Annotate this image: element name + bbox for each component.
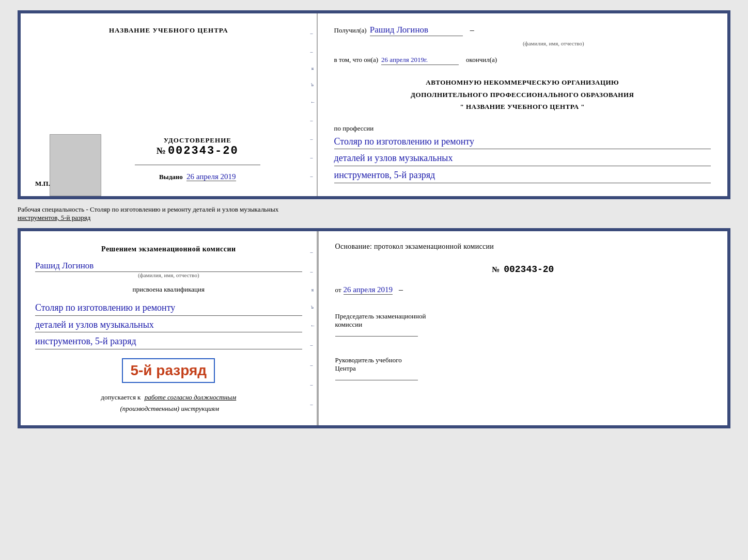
top-left-panel: НАЗВАНИЕ УЧЕБНОГО ЦЕНТРА УДОСТОВЕРЕНИЕ №… (21, 13, 318, 196)
number-value-bottom: 002343-20 (504, 264, 554, 275)
certificate-bottom: Решением экзаменационной комиссии Рашид … (18, 228, 730, 428)
received-label: Получил(а) (334, 26, 367, 35)
top-right-panel: Получил(а) Рашид Логинов – (фамилия, имя… (318, 13, 727, 196)
cert-number: 002343-20 (168, 145, 239, 157)
issued-date: 26 апреля 2019 (186, 172, 236, 181)
profession-line1-bottom: Столяр по изготовлению и ремонту (35, 300, 302, 316)
document-wrapper: НАЗВАНИЕ УЧЕБНОГО ЦЕНТРА УДОСТОВЕРЕНИЕ №… (18, 10, 730, 428)
photo-placeholder (50, 134, 101, 196)
date-prefix-bottom: от (335, 286, 341, 294)
rank-text: 5-й разряд (130, 362, 207, 379)
allowed-value2: (производственным) инструкциям (120, 405, 219, 412)
profession-line1-top: Столяр по изготовлению и ремонту (334, 134, 711, 150)
org-line3: " НАЗВАНИЕ УЧЕБНОГО ЦЕНТРА " (334, 102, 711, 112)
fio-hint-bottom: (фамилия, имя, отчество) (35, 272, 302, 278)
cert-number-block: УДОСТОВЕРЕНИЕ № 002343-20 (157, 136, 239, 157)
bottom-left-panel: Решением экзаменационной комиссии Рашид … (21, 231, 318, 425)
cert-label: УДОСТОВЕРЕНИЕ (157, 136, 239, 145)
basis-label: Основание: протокол экзаменационной коми… (335, 243, 711, 251)
commission-title: Решением экзаменационной комиссии (101, 244, 236, 254)
org-line2: ДОПОЛНИТЕЛЬНОГО ПРОФЕССИОНАЛЬНОГО ОБРАЗО… (334, 90, 711, 100)
top-side-marks: – – и ,а ← – – – – (310, 13, 316, 196)
bottom-right-panel: Основание: протокол экзаменационной коми… (318, 231, 727, 425)
training-center-title: НАЗВАНИЕ УЧЕБНОГО ЦЕНТРА (109, 26, 228, 35)
fio-value-bottom: Рашид Логинов (35, 261, 302, 272)
assigned-label: присвоена квалификация (133, 285, 205, 294)
in-that-label: в том, что он(а) (334, 56, 379, 64)
chairman-label2: комиссии (335, 321, 711, 329)
allowed-value: работе согласно должностным (145, 393, 237, 401)
separator-top: – (470, 25, 474, 35)
director-label: Руководитель учебного (335, 356, 711, 364)
between-label-line1: Рабочая специальность - Столяр по изгото… (18, 205, 730, 214)
finished-label: окончил(а) (466, 56, 497, 64)
profession-line3-top: инструментов, 5-й разряд (334, 168, 711, 183)
chairman-signature-line (335, 336, 418, 337)
profession-line2-bottom: деталей и узлов музыкальных (35, 317, 302, 333)
certificate-top: НАЗВАНИЕ УЧЕБНОГО ЦЕНТРА УДОСТОВЕРЕНИЕ №… (18, 10, 730, 199)
profession-line3-bottom: инструментов, 5-й разряд (35, 334, 302, 349)
cert-number-prefix: № (157, 146, 166, 156)
fio-value-top: Рашид Логинов (370, 25, 463, 36)
chairman-label: Председатель экзаменационной (335, 312, 711, 321)
between-label-line2: инструментов, 5-й разряд (18, 214, 730, 222)
rank-box: 5-й разряд (122, 358, 215, 383)
received-row: Получил(а) Рашид Логинов – (334, 25, 711, 36)
profession-line2-top: деталей и узлов музыкальных (334, 151, 711, 166)
between-label-area: Рабочая специальность - Столяр по изгото… (18, 204, 730, 223)
fio-hint-top: (фамилия, имя, отчество) (396, 40, 711, 46)
allowed-label: допускается к (101, 393, 141, 401)
issued-line: Выдано 26 апреля 2019 (159, 172, 236, 181)
in-that-date: 26 апреля 2019г. (381, 56, 459, 65)
issued-label: Выдано (159, 173, 183, 181)
bottom-side-marks: – – и ,а ← – – – – (310, 231, 316, 425)
number-prefix-bottom: № (492, 265, 500, 274)
in-that-row: в том, что он(а) 26 апреля 2019г. окончи… (334, 56, 711, 65)
profession-label: по профессии (334, 124, 711, 133)
stamp-area: М.П. (35, 180, 50, 188)
org-line1: АВТОНОМНУЮ НЕКОММЕРЧЕСКУЮ ОРГАНИЗАЦИЮ (334, 77, 711, 88)
allowed-line: допускается к работе согласно должностны… (101, 393, 236, 402)
director-signature-line (335, 380, 418, 380)
date-value-bottom: 26 апреля 2019 (344, 285, 393, 295)
director-label2: Центра (335, 364, 711, 373)
